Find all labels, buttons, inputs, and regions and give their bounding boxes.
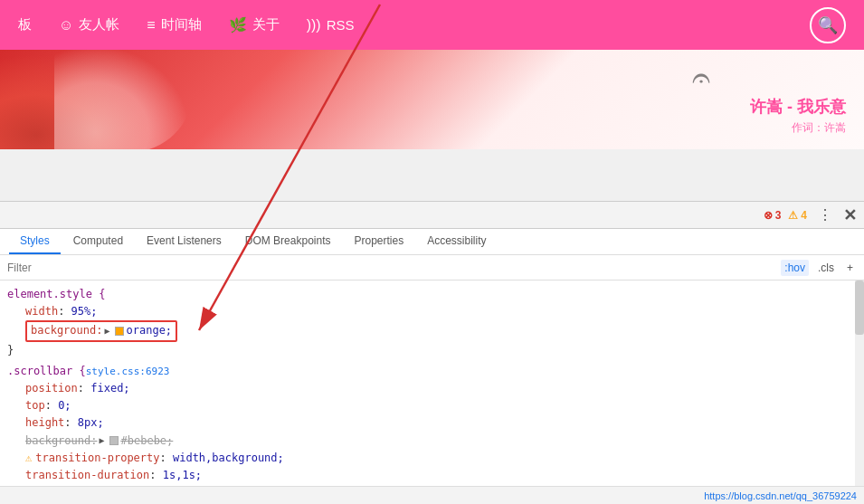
css-property-background: background: ▶ orange; [7,320,857,341]
color-swatch-orange[interactable] [115,327,124,336]
source-link-scrollbar[interactable]: style.css:6923 [86,364,170,380]
css-prop-background: background: [31,322,102,339]
warning-badge: ⚠ 4 [788,209,807,222]
css-scrollbar[interactable] [855,281,864,486]
rss-icon: ))) [307,17,321,33]
css-property-transition-property: ⚠ transition-property : width,background… [7,450,857,467]
css-val-transition-duration: 1s,1s; [163,467,202,484]
warning-icon-transition: ⚠ [25,450,32,467]
status-url: https://blog.csdn.net/qq_36759224 [704,490,857,501]
nav-rss-label: RSS [327,17,355,33]
nav-item-rss[interactable]: ))) RSS [307,17,355,33]
tab-event-listeners[interactable]: Event Listeners [136,229,233,254]
devtools-tabs: Styles Computed Event Listeners DOM Brea… [0,229,864,255]
css-val-width: 95%; [71,303,98,320]
nav-friends-label: 友人帐 [79,16,119,33]
expand-arrow-2[interactable]: ▶ [99,433,104,448]
filter-actions: :hov .cls + [781,260,857,276]
warning-count: 4 [801,209,807,222]
tab-accessibility[interactable]: Accessibility [416,229,497,254]
css-val-transition-property: width,background; [173,450,284,467]
css-property-position: position : fixed; [7,380,857,397]
css-property-width: width : 95%; [7,303,857,320]
tab-properties[interactable]: Properties [343,229,414,254]
close-devtools-button[interactable]: ✕ [843,205,857,225]
css-selector-text: element.style { [7,286,105,303]
filter-bar: :hov .cls + [0,255,864,281]
css-property-bg-strikethrough: background: ▶ #bebebe; [7,433,857,450]
filter-input[interactable] [7,262,774,274]
css-property-top: top : 0; [7,397,857,414]
friends-icon: ☺ [59,17,73,33]
tab-styles[interactable]: Styles [9,229,61,254]
color-swatch-bebebe[interactable] [109,436,119,445]
css-val-position: fixed; [90,380,129,397]
nav-about-label: 关于 [252,16,280,33]
nav-item-timeline[interactable]: ≡ 时间轴 [147,16,201,33]
expand-arrow[interactable]: ▶ [104,324,109,338]
devtools-panel: ⊗ 3 ⚠ 4 ⋮ ✕ Styles Computed Event Listen… [0,201,864,504]
css-prop-z-index: z-index [25,484,71,486]
css-prop-transition-duration: transition-duration [25,467,149,484]
blog-title-area: 许嵩 - 我乐意 作词：许嵩 [750,96,846,136]
css-prop-transition-property: transition-property [35,450,159,467]
tab-dom-breakpoints[interactable]: DOM Breakpoints [234,229,342,254]
nav-timeline-label: 时间轴 [161,16,202,33]
css-prop-top: top [25,397,45,414]
css-property-transition-duration: transition-duration : 1s,1s; [7,467,857,484]
css-prop-bg-strike: background: [25,433,97,450]
error-icon: ⊗ [764,209,773,222]
css-block-scrollbar: .scrollbar { style.css:6923 position : f… [0,361,864,486]
nav-item-about[interactable]: 🌿 关于 [229,16,280,33]
css-colon-1: : [58,303,71,320]
blog-header: 𝄐 许嵩 - 我乐意 作词：许嵩 [0,50,864,149]
css-val-height: 8px; [78,414,104,432]
hov-button[interactable]: :hov [781,260,809,276]
css-selector-scrollbar-text: .scrollbar { [7,363,86,380]
blog-sub-title: 作词：许嵩 [750,120,846,136]
devtools-statusbar: https://blog.csdn.net/qq_36759224 [0,486,864,504]
cls-button[interactable]: .cls [814,260,838,276]
search-button[interactable]: 🔍 [810,7,846,43]
error-badge: ⊗ 3 [764,209,782,222]
nav-item-friends[interactable]: ☺ 友人帐 [59,16,119,33]
highlighted-background-line: background: ▶ orange; [25,320,177,341]
css-prop-position: position [25,380,78,397]
timeline-icon: ≡ [147,17,155,33]
css-prop-height: height [25,414,64,432]
leaf-icon: 🌿 [229,16,247,33]
css-selector-scrollbar: .scrollbar { style.css:6923 [7,363,857,380]
css-val-bg-strike: #bebebe; [121,433,174,450]
css-val-z-index: 99999; [84,484,123,486]
css-val-top: 0; [58,397,71,414]
more-options-button[interactable]: ⋮ [814,204,836,225]
css-prop-width: width [25,303,58,320]
nav-items: 板 ☺ 友人帐 ≡ 时间轴 🌿 关于 ))) RSS [18,16,355,33]
close-brace-1: } [7,342,14,359]
css-block-element-style: element.style { width : 95%; background:… [0,284,864,361]
css-val-background: orange; [127,322,173,339]
css-scrollbar-thumb[interactable] [855,281,864,335]
nav-item-board[interactable]: 板 [18,16,32,33]
search-icon: 🔍 [818,15,838,35]
warning-triangle-icon: ⚠ [788,209,798,222]
css-property-height: height : 8px; [7,414,857,432]
add-style-button[interactable]: + [843,260,857,276]
css-property-z-index: z-index : 99999; [7,484,857,486]
tab-computed[interactable]: Computed [62,229,134,254]
css-content: element.style { width : 95%; background:… [0,281,864,486]
nav-bar: 板 ☺ 友人帐 ≡ 时间轴 🌿 关于 ))) RSS 🔍 [0,0,864,50]
error-count: 3 [775,209,782,222]
header-decoration-2 [54,50,190,149]
blog-main-title: 许嵩 - 我乐意 [750,96,846,118]
devtools-toolbar: ⊗ 3 ⚠ 4 ⋮ ✕ [0,202,864,229]
nav-board-label: 板 [18,16,32,33]
css-close-brace-1: } [7,342,857,359]
scroll-decoration: 𝄐 [692,59,710,97]
css-selector-element-style: element.style { [7,286,857,303]
